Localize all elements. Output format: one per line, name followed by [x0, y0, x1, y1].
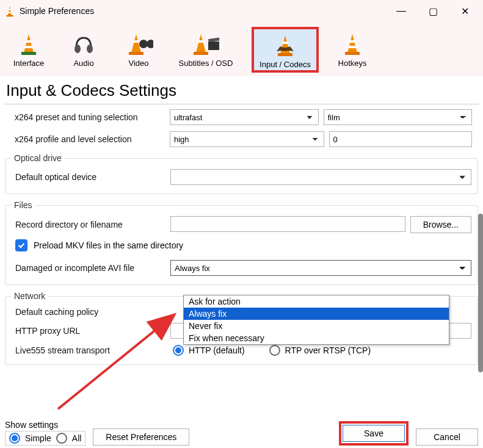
svg-point-9: [87, 45, 93, 53]
svg-rect-1: [9, 9, 11, 10]
avi-fix-dropdown: Ask for action Always fix Never fix Fix …: [183, 295, 449, 345]
record-dir-label: Record directory or filename: [12, 220, 170, 229]
window-title: Simple Preferences: [20, 6, 393, 16]
live555-rtp-radio[interactable]: RTP over RTSP (TCP): [269, 345, 371, 356]
svg-rect-12: [129, 52, 143, 55]
svg-rect-18: [208, 42, 219, 50]
default-optical-select[interactable]: [170, 169, 471, 185]
headphones-icon: [71, 29, 96, 56]
tab-label: Input / Codecs: [260, 60, 311, 69]
proxy-label: HTTP proxy URL: [12, 326, 170, 336]
tab-interface[interactable]: Interface: [7, 27, 50, 73]
close-button[interactable]: ✕: [456, 5, 473, 17]
avi-option-never[interactable]: Never fix: [184, 320, 449, 332]
radio-checked-icon: [173, 345, 184, 356]
tab-audio[interactable]: Audio: [62, 27, 105, 73]
record-dir-input[interactable]: [170, 216, 405, 232]
vertical-scrollbar[interactable]: [478, 214, 483, 372]
cone-clapboard-icon: [191, 29, 220, 56]
x264-preset-label: x264 preset and tuning selection: [11, 112, 170, 122]
tab-subtitles[interactable]: Subtitles / OSD: [172, 27, 239, 73]
cone-scarf-icon: [272, 31, 299, 57]
radio-checked-icon: [9, 433, 20, 444]
all-label: All: [72, 433, 82, 443]
avi-fix-select[interactable]: Always fix: [170, 260, 471, 276]
http-radio-label: HTTP (default): [189, 345, 245, 355]
preload-mkv-label: Preload MKV files in the same directory: [34, 240, 183, 250]
tab-label: Hotkeys: [338, 59, 367, 68]
save-button[interactable]: Save: [343, 425, 405, 442]
show-settings-group: Show settings Simple All: [5, 420, 85, 446]
show-simple-radio[interactable]: Simple: [9, 433, 51, 444]
tab-video[interactable]: Video: [117, 27, 160, 73]
svg-rect-17: [194, 52, 208, 55]
rtp-radio-label: RTP over RTSP (TCP): [285, 345, 371, 355]
svg-point-8: [74, 45, 81, 53]
files-group: Files Record directory or filename Brows…: [5, 200, 478, 285]
show-all-radio[interactable]: All: [56, 433, 82, 444]
cone-icon: [16, 29, 41, 56]
optical-drive-group: Optical drive Default optical device: [5, 153, 478, 194]
svg-rect-6: [24, 46, 33, 48]
svg-rect-11: [133, 40, 139, 43]
live555-label: Live555 stream transport: [12, 345, 170, 355]
files-legend: Files: [12, 200, 35, 210]
show-settings-label: Show settings: [5, 420, 85, 430]
svg-rect-2: [8, 12, 12, 13]
simple-label: Simple: [25, 433, 51, 443]
network-legend: Network: [12, 291, 48, 301]
default-optical-label: Default optical device: [12, 172, 170, 182]
x264-level-input[interactable]: [329, 131, 473, 147]
x264-profile-label: x264 profile and level selection: [11, 134, 170, 144]
svg-rect-21: [282, 42, 288, 44]
avi-option-always[interactable]: Always fix: [184, 308, 449, 320]
svg-marker-4: [24, 34, 34, 52]
tab-label: Interface: [13, 59, 45, 68]
title-bar: Simple Preferences — ▢ ✕: [0, 0, 483, 22]
tab-hotkeys[interactable]: Hotkeys: [331, 27, 374, 73]
tab-label: Subtitles / OSD: [179, 59, 233, 68]
tab-label: Video: [128, 59, 148, 68]
tab-label: Audio: [73, 59, 93, 68]
window-controls: — ▢ ✕: [393, 5, 478, 17]
radio-unchecked-icon: [269, 345, 280, 356]
svg-rect-7: [21, 52, 36, 55]
category-toolbar: Interface Audio Video Subtitles / OSD In…: [0, 22, 483, 76]
live555-http-radio[interactable]: HTTP (default): [173, 345, 245, 356]
avi-label: Damaged or incomplete AVI file: [12, 263, 170, 273]
caching-label: Default caching policy: [12, 307, 170, 317]
radio-unchecked-icon: [56, 433, 67, 444]
page-title: Input & Codecs Settings: [0, 76, 483, 101]
svg-rect-26: [345, 52, 360, 55]
svg-marker-23: [347, 34, 357, 52]
preload-mkv-checkbox[interactable]: [15, 239, 27, 251]
svg-rect-19: [208, 37, 220, 42]
browse-button[interactable]: Browse...: [410, 216, 471, 233]
svg-rect-22: [278, 53, 292, 56]
svg-rect-24: [349, 40, 355, 43]
svg-rect-3: [6, 15, 13, 16]
svg-point-13: [139, 40, 148, 48]
save-highlight: Save: [339, 421, 409, 446]
minimize-button[interactable]: —: [393, 5, 410, 16]
vlc-cone-icon: [5, 5, 15, 17]
cancel-button[interactable]: Cancel: [416, 428, 478, 446]
avi-option-ask[interactable]: Ask for action: [184, 295, 449, 308]
cone-glasses-icon: [124, 29, 153, 56]
svg-point-14: [147, 40, 153, 48]
settings-panel: x264 preset and tuning selection ultrafa…: [0, 104, 483, 365]
svg-rect-25: [348, 46, 357, 48]
x264-profile-select[interactable]: high: [170, 131, 324, 147]
maximize-button[interactable]: ▢: [424, 5, 441, 17]
tab-input-codecs[interactable]: Input / Codecs: [252, 27, 319, 73]
optical-legend: Optical drive: [12, 153, 64, 163]
x264-preset-select[interactable]: ultrafast: [170, 109, 319, 125]
avi-option-when-necessary[interactable]: Fix when necessary: [184, 332, 449, 344]
svg-marker-0: [8, 6, 12, 16]
cone-icon: [340, 29, 365, 56]
bottom-bar: Show settings Simple All Reset Preferenc…: [5, 420, 478, 446]
x264-tune-select[interactable]: film: [324, 109, 473, 125]
svg-marker-15: [196, 34, 206, 52]
reset-preferences-button[interactable]: Reset Preferences: [93, 428, 189, 446]
svg-rect-16: [198, 40, 204, 43]
